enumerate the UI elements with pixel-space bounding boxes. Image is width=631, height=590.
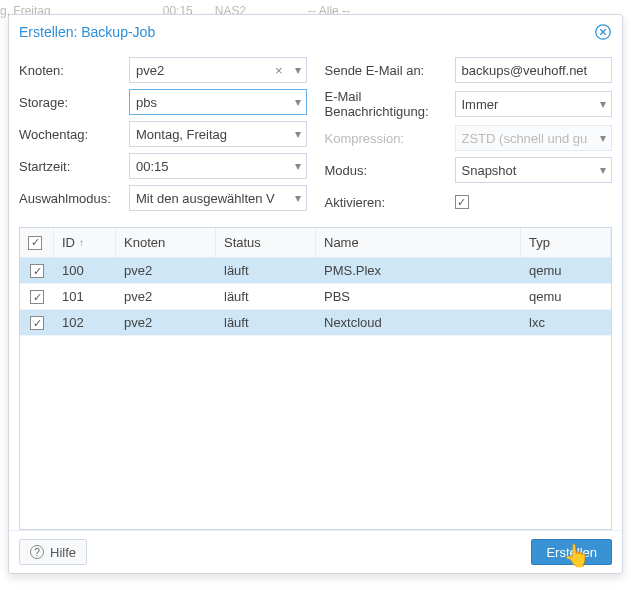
table-row[interactable]: 101pve2läuftPBSqemu (20, 284, 611, 310)
cell-status: läuft (216, 289, 316, 304)
field-label: Startzeit: (19, 159, 129, 174)
field-label: Wochentag: (19, 127, 129, 142)
cell-typ: lxc (521, 315, 611, 330)
dialog-footer: ? Hilfe Erstellen 👆 (9, 530, 622, 573)
table-header: ID↑ Knoten Status Name Typ (20, 228, 611, 258)
sort-asc-icon: ↑ (79, 237, 84, 248)
field-label: Sende E-Mail an: (325, 63, 455, 78)
col-id[interactable]: ID↑ (54, 228, 116, 257)
table-row[interactable]: 100pve2läuftPMS.Plexqemu (20, 258, 611, 284)
cell-knoten: pve2 (116, 289, 216, 304)
field-label: Modus: (325, 163, 455, 178)
input-wochentag[interactable] (129, 121, 307, 147)
col-name[interactable]: Name (316, 228, 521, 257)
cell-id: 100 (54, 263, 116, 278)
cell-id: 102 (54, 315, 116, 330)
field-label: Kompression: (325, 131, 455, 146)
input-modus[interactable] (455, 157, 613, 183)
field-label: Auswahlmodus: (19, 191, 129, 206)
dialog-title: Erstellen: Backup-Job (19, 24, 155, 40)
table-row[interactable]: 102pve2läuftNextcloudlxc (20, 310, 611, 336)
cell-name: PBS (316, 289, 521, 304)
create-button[interactable]: Erstellen (531, 539, 612, 565)
dialog-window: Erstellen: Backup-Job Knoten:×▾Storage:▾… (8, 14, 623, 574)
cell-id: 101 (54, 289, 116, 304)
titlebar: Erstellen: Backup-Job (9, 15, 622, 49)
cell-typ: qemu (521, 289, 611, 304)
col-knoten[interactable]: Knoten (116, 228, 216, 257)
input-emailbenachrichtigung[interactable] (455, 91, 613, 117)
row-checkbox[interactable] (30, 264, 44, 278)
activate-checkbox[interactable] (455, 195, 469, 209)
form-area: Knoten:×▾Storage:▾Wochentag:▾Startzeit:▾… (9, 49, 622, 227)
close-icon[interactable] (594, 23, 612, 41)
field-label: Knoten: (19, 63, 129, 78)
cell-status: läuft (216, 315, 316, 330)
input-kompression (455, 125, 613, 151)
input-auswahlmodus[interactable] (129, 185, 307, 211)
col-typ[interactable]: Typ (521, 228, 611, 257)
input-sendeemailan[interactable] (455, 57, 613, 83)
help-button[interactable]: ? Hilfe (19, 539, 87, 565)
col-status[interactable]: Status (216, 228, 316, 257)
cell-knoten: pve2 (116, 263, 216, 278)
input-storage[interactable] (129, 89, 307, 115)
field-label: Aktivieren: (325, 195, 455, 210)
select-all-checkbox[interactable] (28, 236, 42, 250)
clear-icon[interactable]: × (275, 63, 283, 78)
cell-name: Nextcloud (316, 315, 521, 330)
cell-typ: qemu (521, 263, 611, 278)
cell-name: PMS.Plex (316, 263, 521, 278)
cell-knoten: pve2 (116, 315, 216, 330)
row-checkbox[interactable] (30, 290, 44, 304)
row-checkbox[interactable] (30, 316, 44, 330)
field-label: Storage: (19, 95, 129, 110)
input-startzeit[interactable] (129, 153, 307, 179)
field-label: E-Mail Benachrichtigung: (325, 89, 455, 119)
help-icon: ? (30, 545, 44, 559)
vm-table: ID↑ Knoten Status Name Typ 100pve2läuftP… (19, 227, 612, 530)
cell-status: läuft (216, 263, 316, 278)
